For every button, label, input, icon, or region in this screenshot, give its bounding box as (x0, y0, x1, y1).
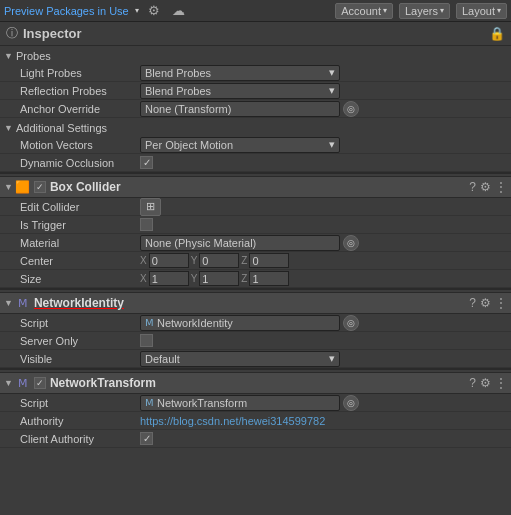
center-y-field: Y (191, 253, 240, 268)
dynamic-occlusion-label: Dynamic Occlusion (20, 157, 140, 169)
material-dropdown[interactable]: None (Physic Material) (140, 235, 340, 251)
light-probes-arrow: ▾ (329, 66, 335, 79)
size-y-field: Y (191, 271, 240, 286)
network-transform-script-field[interactable]: Ⅿ NetworkTransform (140, 395, 340, 411)
account-dropdown[interactable]: Account ▾ (335, 3, 393, 19)
size-label: Size (20, 273, 140, 285)
light-probes-text: Blend Probes (145, 67, 211, 79)
network-transform-settings-icon[interactable]: ⚙ (480, 376, 491, 390)
size-y-input[interactable] (199, 271, 239, 286)
preview-label[interactable]: Preview Packages in Use (4, 5, 129, 17)
settings-icon[interactable]: ⚙ (145, 3, 163, 18)
box-collider-header[interactable]: ▼ 🟧 ✓ Box Collider ? ⚙ ⋮ (0, 176, 511, 198)
server-only-row: Server Only (0, 332, 511, 350)
network-identity-menu-icon[interactable]: ⋮ (495, 296, 507, 310)
network-transform-header[interactable]: ▼ Ⅿ ✓ NetworkTransform ? ⚙ ⋮ (0, 372, 511, 394)
layout-dropdown[interactable]: Layout ▾ (456, 3, 507, 19)
reflection-probes-label: Reflection Probes (20, 85, 140, 97)
network-identity-script-row: Script Ⅿ NetworkIdentity ◎ (0, 314, 511, 332)
layers-dropdown[interactable]: Layers ▾ (399, 3, 450, 19)
edit-collider-button[interactable]: ⊞ (140, 198, 161, 216)
network-transform-script-circle-btn[interactable]: ◎ (343, 395, 359, 411)
dynamic-occlusion-row: Dynamic Occlusion (0, 154, 511, 172)
motion-vectors-label: Motion Vectors (20, 139, 140, 151)
cloud-icon[interactable]: ☁ (169, 3, 188, 18)
light-probes-row: Light Probes Blend Probes ▾ (0, 64, 511, 82)
network-identity-header[interactable]: ▼ Ⅿ NetworkIdentity ? ⚙ ⋮ (0, 292, 511, 314)
motion-vectors-text: Per Object Motion (145, 139, 233, 151)
dynamic-occlusion-value (140, 156, 507, 169)
dynamic-occlusion-checkbox[interactable] (140, 156, 153, 169)
size-z-field: Z (241, 271, 289, 286)
reflection-probes-dropdown[interactable]: Blend Probes ▾ (140, 83, 340, 99)
authority-url: https://blog.csdn.net/hewei314599782 (140, 415, 325, 427)
client-authority-label: Client Authority (20, 433, 140, 445)
material-circle-btn[interactable]: ◎ (343, 235, 359, 251)
divider-3 (0, 368, 511, 370)
size-z-axis: Z (241, 273, 247, 284)
probes-section-header[interactable]: ▼ Probes (0, 48, 511, 64)
layout-arrow: ▾ (497, 6, 501, 15)
network-identity-settings-icon[interactable]: ⚙ (480, 296, 491, 310)
box-collider-header-icons: ? ⚙ ⋮ (469, 180, 507, 194)
light-probes-label: Light Probes (20, 67, 140, 79)
network-transform-arrow: ▼ (4, 378, 13, 388)
network-identity-header-icons: ? ⚙ ⋮ (469, 296, 507, 310)
is-trigger-checkbox[interactable] (140, 218, 153, 231)
reflection-probes-value: Blend Probes ▾ (140, 83, 507, 99)
size-z-input[interactable] (249, 271, 289, 286)
motion-vectors-dropdown[interactable]: Per Object Motion ▾ (140, 137, 340, 153)
motion-vectors-value: Per Object Motion ▾ (140, 137, 507, 153)
additional-settings-block: ▼ Additional Settings Motion Vectors Per… (0, 120, 511, 172)
network-transform-title: NetworkTransform (50, 376, 469, 390)
light-probes-dropdown[interactable]: Blend Probes ▾ (140, 65, 340, 81)
network-identity-script-field[interactable]: Ⅿ NetworkIdentity (140, 315, 340, 331)
center-x-input[interactable] (149, 253, 189, 268)
network-identity-script-text: NetworkIdentity (157, 317, 233, 329)
center-z-input[interactable] (249, 253, 289, 268)
info-icon: ⓘ (6, 25, 18, 42)
client-authority-checkbox[interactable] (140, 432, 153, 445)
box-collider-help-icon[interactable]: ? (469, 180, 476, 194)
visible-dropdown[interactable]: Default ▾ (140, 351, 340, 367)
network-identity-script-label: Script (20, 317, 140, 329)
probes-label: Probes (16, 50, 51, 62)
motion-vectors-row: Motion Vectors Per Object Motion ▾ (0, 136, 511, 154)
network-identity-script-circle-btn[interactable]: ◎ (343, 315, 359, 331)
size-x-field: X (140, 271, 189, 286)
layers-arrow: ▾ (440, 6, 444, 15)
anchor-override-dropdown[interactable]: None (Transform) (140, 101, 340, 117)
server-only-checkbox[interactable] (140, 334, 153, 347)
network-identity-help-icon[interactable]: ? (469, 296, 476, 310)
account-arrow: ▾ (383, 6, 387, 15)
is-trigger-label: Is Trigger (20, 219, 140, 231)
network-transform-icon: Ⅿ (16, 376, 30, 390)
probes-block: ▼ Probes Light Probes Blend Probes ▾ Ref… (0, 48, 511, 118)
material-text: None (Physic Material) (145, 237, 256, 249)
light-probes-value: Blend Probes ▾ (140, 65, 507, 81)
lock-icon[interactable]: 🔒 (489, 26, 505, 41)
divider-2 (0, 288, 511, 290)
box-collider-checkbox[interactable]: ✓ (34, 181, 46, 193)
box-collider-menu-icon[interactable]: ⋮ (495, 180, 507, 194)
network-transform-header-icons: ? ⚙ ⋮ (469, 376, 507, 390)
anchor-override-circle-btn[interactable]: ◎ (343, 101, 359, 117)
center-y-input[interactable] (199, 253, 239, 268)
box-collider-settings-icon[interactable]: ⚙ (480, 180, 491, 194)
network-transform-menu-icon[interactable]: ⋮ (495, 376, 507, 390)
box-collider-block: ▼ 🟧 ✓ Box Collider ? ⚙ ⋮ Edit Collider ⊞… (0, 176, 511, 288)
network-identity-title: NetworkIdentity (34, 296, 469, 310)
network-transform-help-icon[interactable]: ? (469, 376, 476, 390)
material-value: None (Physic Material) ◎ (140, 235, 507, 251)
center-y-axis: Y (191, 255, 198, 266)
main-content: ▼ Probes Light Probes Blend Probes ▾ Ref… (0, 46, 511, 515)
network-transform-checkbox[interactable]: ✓ (34, 377, 46, 389)
anchor-override-row: Anchor Override None (Transform) ◎ (0, 100, 511, 118)
anchor-override-value: None (Transform) ◎ (140, 101, 507, 117)
additional-settings-header[interactable]: ▼ Additional Settings (0, 120, 511, 136)
network-transform-script-icon: Ⅿ (145, 397, 154, 408)
network-identity-icon: Ⅿ (16, 296, 30, 310)
size-x-input[interactable] (149, 271, 189, 286)
center-label: Center (20, 255, 140, 267)
top-bar: Preview Packages in Use ▾ ⚙ ☁ Account ▾ … (0, 0, 511, 22)
